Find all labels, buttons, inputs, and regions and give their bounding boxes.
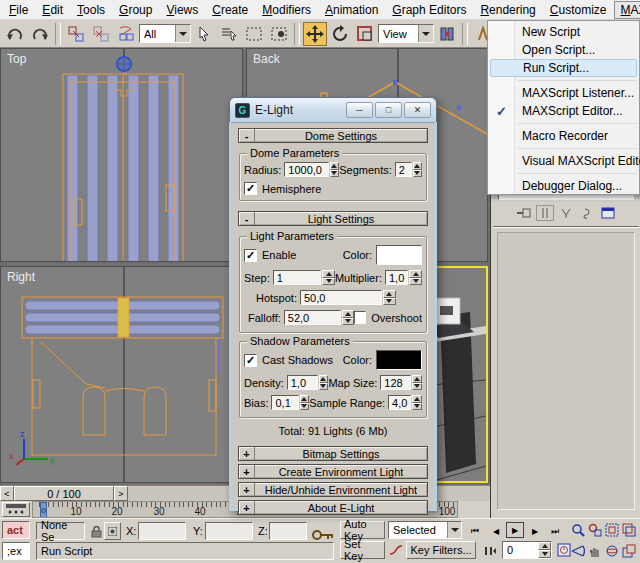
select-and-link-button[interactable]: [64, 22, 88, 46]
multiplier-spinner[interactable]: [409, 270, 422, 285]
rollout-dome-settings[interactable]: - Dome Settings: [238, 128, 428, 143]
expand-icon[interactable]: +: [239, 447, 255, 460]
viewport-right[interactable]: Right: [0, 266, 243, 483]
sample-range-spinner[interactable]: [412, 395, 422, 410]
dropdown-arrow-icon[interactable]: [418, 25, 433, 42]
rollout-bitmap-settings[interactable]: + Bitmap Settings: [238, 446, 428, 461]
bias-spinner[interactable]: [300, 395, 310, 410]
maximize-button[interactable]: □: [375, 102, 402, 118]
mapsize-field[interactable]: 128: [380, 375, 411, 390]
menu-views[interactable]: Views: [159, 1, 205, 19]
y-coordinate-field[interactable]: [205, 522, 253, 540]
key-mode-toggle-button[interactable]: [481, 543, 499, 559]
window-crossing-toggle-button[interactable]: [267, 22, 291, 46]
step-field[interactable]: 1: [273, 270, 322, 285]
select-by-name-button[interactable]: [217, 22, 241, 46]
next-frame-button[interactable]: ▶: [527, 523, 543, 539]
time-slider-next-button[interactable]: >: [114, 486, 128, 501]
light-color-swatch[interactable]: [376, 245, 422, 265]
remove-modifier-icon[interactable]: [578, 205, 596, 221]
menu-item-maxscript-editor[interactable]: ✓ MAXScript Editor...: [488, 102, 639, 120]
menu-item-open-script[interactable]: Open Script...: [488, 41, 639, 59]
shadow-color-swatch[interactable]: [376, 350, 422, 370]
select-object-button[interactable]: [192, 22, 216, 46]
hemisphere-checkbox[interactable]: ✓: [244, 182, 257, 195]
key-filters-button[interactable]: Key Filters...: [406, 541, 476, 559]
step-spinner[interactable]: [322, 270, 335, 285]
viewport-back-label[interactable]: Back: [253, 52, 280, 66]
mini-listener-script-line[interactable]: ;ex: [2, 542, 30, 560]
make-unique-icon[interactable]: [557, 205, 575, 221]
set-keys-button[interactable]: [312, 527, 334, 543]
menu-rendering[interactable]: Rendering: [473, 1, 542, 19]
x-coordinate-field[interactable]: [138, 522, 186, 540]
time-mode-dropdown[interactable]: Selected: [388, 521, 462, 539]
hotspot-spinner[interactable]: [383, 290, 396, 305]
reference-coordinate-dropdown[interactable]: View: [378, 24, 434, 43]
selection-lock-toggle[interactable]: [88, 523, 104, 539]
menu-graph-editors[interactable]: Graph Editors: [385, 1, 473, 19]
segments-spinner[interactable]: [413, 162, 422, 177]
zoom-button[interactable]: [570, 522, 586, 538]
density-field[interactable]: 1,0: [287, 375, 318, 390]
sample-range-field[interactable]: 4,0: [388, 395, 411, 410]
collapse-icon[interactable]: -: [239, 129, 255, 142]
undo-button[interactable]: [3, 22, 27, 46]
maximize-viewport-toggle-button[interactable]: [621, 543, 637, 559]
select-and-scale-button[interactable]: [353, 22, 377, 46]
radius-spinner[interactable]: [330, 162, 339, 177]
segments-field[interactable]: 2: [395, 162, 412, 177]
arc-rotate-button[interactable]: [604, 543, 620, 559]
mapsize-spinner[interactable]: [412, 375, 422, 390]
menu-file[interactable]: File: [2, 1, 35, 19]
use-pivot-point-button[interactable]: [435, 22, 459, 46]
enable-checkbox[interactable]: ✓: [244, 249, 257, 262]
close-button[interactable]: ✕: [404, 102, 431, 118]
go-to-start-button[interactable]: ⏮: [465, 523, 485, 539]
radius-field[interactable]: 1000,0: [284, 162, 328, 177]
menu-item-macro-recorder[interactable]: Macro Recorder: [488, 127, 639, 145]
menu-item-debugger-dialog[interactable]: Debugger Dialog...: [488, 177, 639, 195]
rollout-hide-unhide-environment-light[interactable]: + Hide/Unhide Environment Light: [238, 482, 428, 497]
menu-item-maxscript-listener[interactable]: MAXScript Listener...: [488, 84, 639, 102]
selection-filter-dropdown[interactable]: All: [139, 24, 191, 43]
time-slider-handle[interactable]: 0 / 100: [14, 486, 114, 501]
play-button[interactable]: ▶: [506, 522, 524, 538]
current-frame-field[interactable]: 0: [502, 541, 552, 559]
pan-button[interactable]: [587, 543, 603, 559]
viewport-top-label[interactable]: Top: [7, 52, 26, 66]
expand-icon[interactable]: +: [239, 465, 255, 478]
menu-edit[interactable]: Edit: [35, 1, 70, 19]
minimize-button[interactable]: ─: [346, 102, 373, 118]
pin-stack-icon[interactable]: [515, 205, 533, 221]
expand-icon[interactable]: +: [239, 501, 255, 514]
time-slider-prev-button[interactable]: <: [0, 486, 14, 501]
bind-to-spacewarp-button[interactable]: [114, 22, 138, 46]
menu-item-visual-maxscript-editor[interactable]: Visual MAXScript Editor...: [488, 152, 639, 170]
menu-item-run-script[interactable]: Run Script...: [490, 59, 637, 77]
menu-maxscript[interactable]: MAXScript: [614, 1, 640, 19]
elight-titlebar[interactable]: G E-Light ─ □ ✕: [229, 97, 437, 122]
density-spinner[interactable]: [319, 375, 329, 390]
overshoot-checkbox[interactable]: [354, 311, 366, 324]
absolute-offset-mode-toggle[interactable]: [104, 522, 121, 540]
frame-spinner[interactable]: [538, 542, 551, 558]
mini-listener-macro-line[interactable]: act: [2, 521, 30, 539]
set-key-button[interactable]: Set Key: [340, 541, 385, 559]
redo-button[interactable]: [28, 22, 52, 46]
rectangular-selection-region-button[interactable]: [242, 22, 266, 46]
current-frame-marker[interactable]: 0: [40, 502, 47, 518]
collapse-icon[interactable]: -: [239, 212, 255, 225]
auto-key-button[interactable]: Auto Key: [340, 521, 385, 539]
multiplier-field[interactable]: 1,0: [385, 270, 408, 285]
menu-create[interactable]: Create: [205, 1, 255, 19]
menu-modifiers[interactable]: Modifiers: [255, 1, 318, 19]
default-in-out-tangents-button[interactable]: [388, 542, 404, 558]
bias-field[interactable]: 0,1: [271, 395, 298, 410]
rollout-about-elight[interactable]: + About E-Light: [238, 500, 428, 515]
viewport-right-label[interactable]: Right: [7, 270, 35, 284]
menu-customize[interactable]: Customize: [543, 1, 614, 19]
z-coordinate-field[interactable]: [269, 522, 307, 540]
dropdown-arrow-icon[interactable]: [175, 25, 190, 42]
unlink-selection-button[interactable]: [89, 22, 113, 46]
